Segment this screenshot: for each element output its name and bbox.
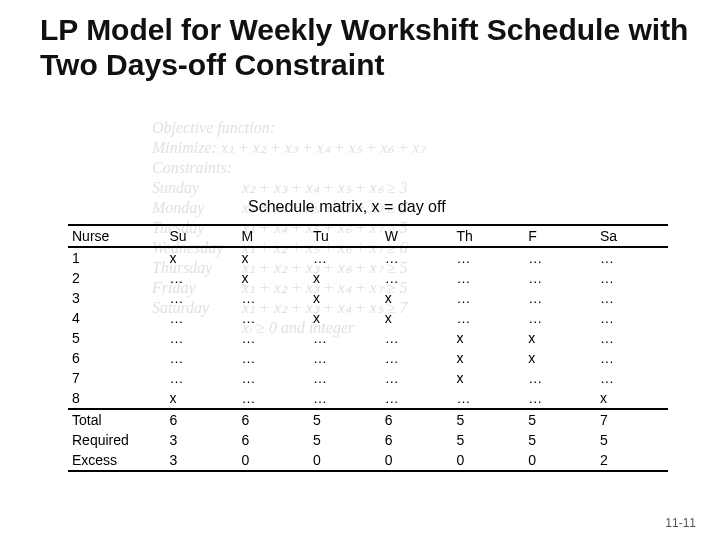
- ghost-minimize: Minimize: x₁ + x₂ + x₃ + x₄ + x₅ + x₆ + …: [152, 138, 425, 158]
- table-cell: 5: [524, 430, 596, 450]
- table-cell: …: [381, 328, 453, 348]
- table-cell: x: [309, 308, 381, 328]
- table-cell: x: [237, 247, 309, 268]
- table-cell: 5: [68, 328, 165, 348]
- table-cell: …: [237, 308, 309, 328]
- table-cell: 2: [596, 450, 668, 471]
- table-cell: x: [165, 247, 237, 268]
- table-cell: …: [452, 268, 524, 288]
- table-cell: 3: [165, 430, 237, 450]
- table-cell: …: [596, 288, 668, 308]
- table-cell: 7: [68, 368, 165, 388]
- table-row: 5…………xx…: [68, 328, 668, 348]
- table-cell: x: [237, 268, 309, 288]
- table-cell: …: [165, 288, 237, 308]
- table-summary-row: Required3656555: [68, 430, 668, 450]
- table-cell: 2: [68, 268, 165, 288]
- table-cell: …: [309, 388, 381, 409]
- table-cell: x: [596, 388, 668, 409]
- table-cell: 6: [237, 430, 309, 450]
- table-cell: …: [524, 268, 596, 288]
- table-cell: …: [596, 368, 668, 388]
- table-cell: 0: [309, 450, 381, 471]
- table-cell: 0: [524, 450, 596, 471]
- table-cell: …: [452, 308, 524, 328]
- table-cell: …: [524, 308, 596, 328]
- table-cell: 5: [596, 430, 668, 450]
- table-row: 6…………xx…: [68, 348, 668, 368]
- table-cell: …: [596, 247, 668, 268]
- col-sa: Sa: [596, 225, 668, 247]
- table-cell: 7: [596, 409, 668, 430]
- table-cell: 5: [452, 409, 524, 430]
- table-row: 1xx……………: [68, 247, 668, 268]
- table-cell: 5: [309, 430, 381, 450]
- slide: LP Model for Weekly Workshift Schedule w…: [0, 0, 720, 540]
- table-cell: 0: [237, 450, 309, 471]
- table-cell: …: [452, 388, 524, 409]
- table-cell: …: [237, 328, 309, 348]
- ghost-objective-heading: Objective function:: [152, 118, 425, 138]
- table-row: 3……xx………: [68, 288, 668, 308]
- table-cell: …: [381, 268, 453, 288]
- table-cell: 0: [381, 450, 453, 471]
- table-cell: …: [524, 368, 596, 388]
- table-cell: 0: [452, 450, 524, 471]
- table-cell: …: [381, 348, 453, 368]
- table-cell: …: [165, 348, 237, 368]
- table-cell: …: [309, 328, 381, 348]
- table-cell: 8: [68, 388, 165, 409]
- table-cell: …: [309, 247, 381, 268]
- schedule-table: Nurse Su M Tu W Th F Sa 1xx……………2…xx……………: [68, 224, 668, 472]
- table-cell: …: [237, 388, 309, 409]
- table-cell: …: [381, 368, 453, 388]
- table-cell: …: [309, 368, 381, 388]
- table-cell: …: [237, 348, 309, 368]
- table-row: 4……xx………: [68, 308, 668, 328]
- table-row: 8x……………x: [68, 388, 668, 409]
- table-cell: 6: [381, 409, 453, 430]
- table-cell: x: [524, 328, 596, 348]
- table-cell: …: [165, 308, 237, 328]
- table-row: 2…xx…………: [68, 268, 668, 288]
- table-cell: 6: [381, 430, 453, 450]
- table-cell: …: [524, 288, 596, 308]
- table-cell: 3: [68, 288, 165, 308]
- table-cell: …: [309, 348, 381, 368]
- table-cell: Total: [68, 409, 165, 430]
- ghost-day: Sunday: [152, 178, 242, 198]
- table-cell: x: [452, 348, 524, 368]
- page-number: 11-11: [665, 516, 696, 530]
- table-summary-row: Total6656557: [68, 409, 668, 430]
- col-m: M: [237, 225, 309, 247]
- table-cell: x: [309, 288, 381, 308]
- ghost-constraints-label: Constraints:: [152, 158, 425, 178]
- table-cell: 5: [309, 409, 381, 430]
- table-cell: …: [165, 268, 237, 288]
- table-cell: x: [452, 328, 524, 348]
- table-cell: Excess: [68, 450, 165, 471]
- col-tu: Tu: [309, 225, 381, 247]
- table-cell: 5: [524, 409, 596, 430]
- table-cell: x: [381, 308, 453, 328]
- table-cell: …: [165, 368, 237, 388]
- table-cell: x: [165, 388, 237, 409]
- col-w: W: [381, 225, 453, 247]
- col-nurse: Nurse: [68, 225, 165, 247]
- table-cell: …: [596, 268, 668, 288]
- page-title: LP Model for Weekly Workshift Schedule w…: [40, 12, 690, 83]
- table-row: 7…………x……: [68, 368, 668, 388]
- table-cell: …: [452, 288, 524, 308]
- col-th: Th: [452, 225, 524, 247]
- table-cell: 6: [68, 348, 165, 368]
- table-cell: …: [596, 348, 668, 368]
- table-cell: …: [596, 308, 668, 328]
- table-caption: Schedule matrix, x = day off: [248, 198, 446, 216]
- table-cell: 5: [452, 430, 524, 450]
- table-cell: …: [237, 368, 309, 388]
- table-cell: x: [452, 368, 524, 388]
- table-cell: …: [237, 288, 309, 308]
- ghost-expr: x₂ + x₃ + x₄ + x₅ + x₆ ≥ 3: [242, 179, 407, 196]
- table-cell: …: [596, 328, 668, 348]
- ghost-day: Monday: [152, 198, 242, 218]
